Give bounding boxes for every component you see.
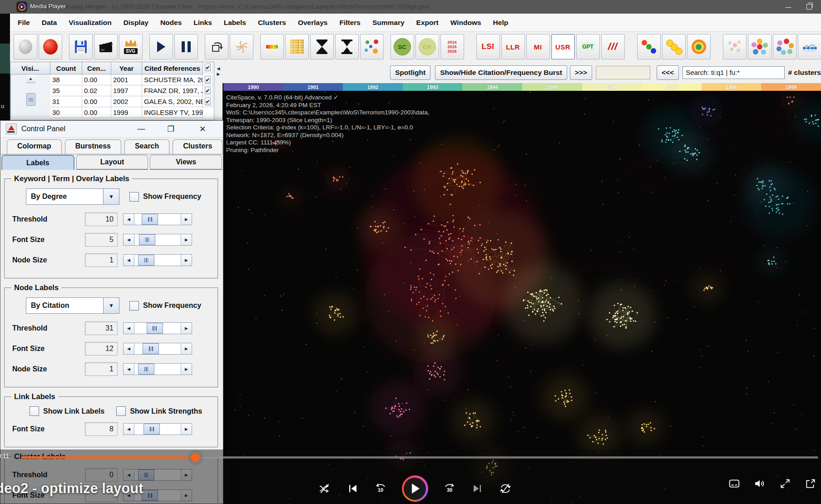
fullscreen-button[interactable] <box>778 478 792 489</box>
play-layout-button[interactable] <box>149 34 173 59</box>
cell-ref[interactable]: SCHUSTER MA, 2001, ... <box>142 74 203 85</box>
slider-right-icon[interactable]: ▶ <box>181 364 192 375</box>
menu-item[interactable]: Summary <box>366 19 410 27</box>
slider-right-icon[interactable]: ▶ <box>181 214 192 225</box>
expand-right-icon[interactable]: ▶ <box>217 72 220 76</box>
slider-right-icon[interactable]: ▶ <box>181 234 192 245</box>
forward-30-button[interactable]: 30 <box>443 483 456 494</box>
minimize-button[interactable]: — <box>778 0 798 14</box>
slider-right-icon[interactable]: ▶ <box>181 323 192 334</box>
menu-item[interactable]: Nodes <box>154 19 188 27</box>
value-field[interactable]: 10 <box>85 212 118 226</box>
more-button[interactable]: >>> <box>570 65 592 80</box>
col-header-year[interactable]: Year <box>111 62 142 74</box>
slider-left-icon[interactable]: ◀ <box>124 364 134 375</box>
menu-item[interactable]: Overlays <box>292 19 334 27</box>
cluster-view-button[interactable] <box>748 34 772 59</box>
cell-year[interactable]: 1999 <box>111 107 142 118</box>
sc-button[interactable]: SC <box>391 34 414 59</box>
cell-cen[interactable]: 0.00 <box>82 74 111 85</box>
previous-track-button[interactable] <box>346 483 360 494</box>
menu-item[interactable]: Windows <box>445 19 487 27</box>
cluster-view2-button[interactable] <box>773 34 796 59</box>
show-link-labels-checkbox[interactable] <box>30 406 39 416</box>
play-button[interactable] <box>402 475 428 502</box>
scroll-thumb[interactable] <box>26 93 35 106</box>
palette-button[interactable] <box>285 34 309 59</box>
menu-item[interactable]: Clusters <box>252 19 292 27</box>
burst-detection-button[interactable] <box>230 34 253 59</box>
cp-tab[interactable]: Search <box>124 139 169 154</box>
slider-thumb[interactable] <box>142 214 158 225</box>
value-field[interactable]: 8 <box>85 422 118 436</box>
rewind-10-button[interactable]: 10 <box>374 483 387 494</box>
col-header-refs[interactable]: Cited References <box>142 62 203 74</box>
slider-left-icon[interactable]: ◀ <box>124 424 134 435</box>
volume-button[interactable] <box>753 478 767 489</box>
shuffle-off-button[interactable] <box>318 483 331 494</box>
search-input[interactable]: Search: ti:q1 | fu:* <box>683 66 784 79</box>
slider[interactable]: ◀ ▶ <box>123 363 192 375</box>
menu-item[interactable]: Export <box>410 19 445 27</box>
col-header-centrality[interactable]: Cen... <box>82 62 111 74</box>
slider-thumb[interactable] <box>143 343 159 354</box>
showhide-burst-button[interactable]: Show/Hide Citation/Frequency Burst <box>435 65 567 80</box>
node-show-frequency-checkbox[interactable] <box>129 301 139 311</box>
value-field[interactable]: 1 <box>85 253 118 267</box>
captions-button[interactable] <box>727 478 741 489</box>
show-link-strengths-checkbox[interactable] <box>116 406 126 416</box>
node-label-type-dropdown[interactable]: By Citation ▼ <box>26 297 119 314</box>
slider-left-icon[interactable]: ◀ <box>124 323 134 334</box>
slider-thumb[interactable] <box>147 323 163 334</box>
slider[interactable]: ◀ ▶ <box>123 234 192 246</box>
slider-right-icon[interactable]: ▶ <box>181 343 192 354</box>
tab-labels[interactable]: Labels <box>1 155 74 170</box>
splitpane-toggle[interactable]: ◀▶ <box>215 66 222 86</box>
llr-button[interactable]: LLR <box>501 34 525 59</box>
value-field[interactable]: 5 <box>85 233 118 247</box>
next-track-button[interactable] <box>470 483 484 494</box>
burst-value-field[interactable] <box>596 66 650 79</box>
menu-item[interactable]: Links <box>188 19 218 27</box>
cell-year[interactable]: 2001 <box>111 74 142 85</box>
miniplayer-button[interactable] <box>804 478 817 489</box>
repeat-off-button[interactable] <box>499 483 512 494</box>
control-panel-titlebar[interactable]: Control Panel — ❐ ✕ <box>0 121 223 138</box>
mi-button[interactable]: MI <box>526 34 550 59</box>
cell-cen[interactable]: 0.00 <box>82 96 111 107</box>
keyword-show-frequency-checkbox[interactable] <box>129 192 139 202</box>
row-visible-checkbox[interactable]: ✔ <box>205 64 211 71</box>
cell-count[interactable]: 31 <box>50 96 82 107</box>
slider[interactable]: ◀ ▶ <box>123 254 192 266</box>
spotlight-button[interactable]: Spotlight <box>390 65 430 80</box>
slider[interactable]: ◀ ▶ <box>123 343 192 355</box>
pale-scatter-button[interactable] <box>723 34 747 59</box>
slider-left-icon[interactable]: ◀ <box>124 255 134 266</box>
slider-right-icon[interactable]: ▶ <box>181 255 192 266</box>
menu-item[interactable]: Labels <box>218 19 252 27</box>
cell-ref[interactable]: GALEA S, 2002, NEW E... <box>142 96 203 107</box>
yellow-chain-button[interactable] <box>662 34 686 59</box>
tab-layout[interactable]: Layout <box>76 155 148 170</box>
value-field[interactable]: 1 <box>85 362 118 376</box>
menu-item[interactable]: File <box>12 19 36 27</box>
cell-year[interactable]: 2002 <box>111 96 142 107</box>
table-scrollbar[interactable]: ▲ <box>10 74 50 118</box>
save-button[interactable] <box>69 34 93 59</box>
cell-count[interactable]: 38 <box>50 74 82 85</box>
slashes-button[interactable]: /// <box>601 34 625 59</box>
tab-views[interactable]: Views <box>150 155 222 170</box>
cp-tab[interactable]: Clusters <box>173 139 223 154</box>
cell-count[interactable]: 35 <box>50 85 82 96</box>
cr-button[interactable]: CR <box>415 34 439 59</box>
slider-left-icon[interactable]: ◀ <box>124 343 134 354</box>
cell-cen[interactable]: 0.00 <box>82 107 111 118</box>
scroll-up-icon[interactable]: ▲ <box>26 74 35 83</box>
record-inactive-button[interactable] <box>14 34 37 59</box>
value-field[interactable]: 12 <box>85 342 118 356</box>
cp-tab[interactable]: Colormap <box>7 139 62 154</box>
cp-tab[interactable]: Burstness <box>65 139 121 154</box>
value-field[interactable]: 31 <box>85 321 118 335</box>
timezone-thin-button[interactable] <box>335 34 359 59</box>
slider[interactable]: ◀ ▶ <box>123 423 192 435</box>
